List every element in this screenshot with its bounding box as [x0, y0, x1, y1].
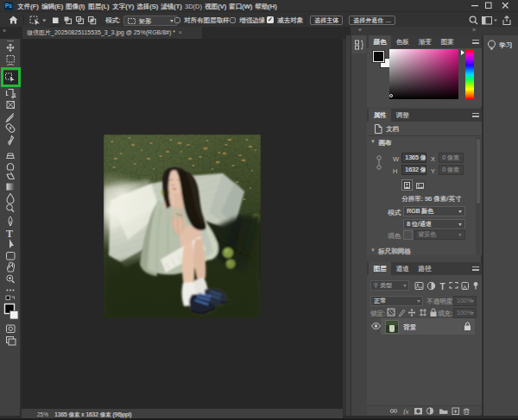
svg-text:T: T: [6, 228, 13, 240]
svg-text:T: T: [440, 282, 445, 291]
svg-text:fx: fx: [403, 407, 409, 415]
